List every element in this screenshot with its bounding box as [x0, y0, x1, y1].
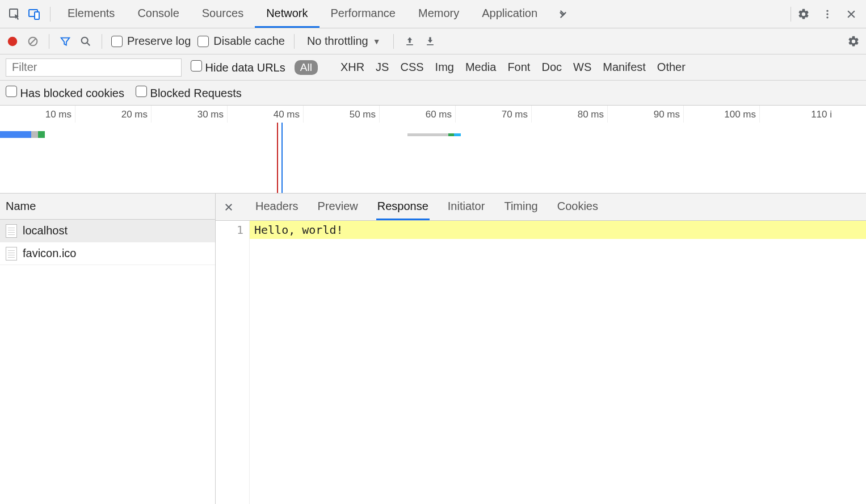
- svg-point-5: [826, 16, 828, 18]
- close-detail-icon[interactable]: [224, 202, 237, 212]
- record-icon[interactable]: [6, 35, 19, 48]
- request-bar: [0, 131, 31, 138]
- settings-icon[interactable]: [797, 7, 810, 21]
- throttling-value: No throttling: [307, 35, 368, 48]
- blocked-requests-checkbox[interactable]: Blocked Requests: [136, 86, 242, 100]
- throttling-dropdown[interactable]: No throttling ▼: [304, 35, 384, 48]
- has-blocked-cookies-label: Has blocked cookies: [20, 87, 124, 99]
- filter-all[interactable]: All: [295, 60, 318, 75]
- request-list-header[interactable]: Name: [0, 194, 215, 220]
- tick-label: 30 ms: [197, 109, 227, 120]
- inspect-icon[interactable]: [8, 7, 22, 21]
- document-icon: [6, 247, 17, 261]
- svg-rect-9: [406, 44, 413, 45]
- detail-tab-preview[interactable]: Preview: [317, 194, 359, 220]
- tick-label: 20 ms: [121, 109, 151, 120]
- main-tabs: Elements Console Sources Network Perform…: [56, 0, 577, 28]
- divider: [50, 7, 51, 22]
- line-number: 1: [221, 223, 243, 237]
- filter-ws[interactable]: WS: [573, 61, 591, 74]
- filter-xhr[interactable]: XHR: [340, 61, 364, 74]
- code-line: Hello, world!: [250, 221, 866, 239]
- request-bar: [407, 133, 448, 136]
- filter-js[interactable]: JS: [376, 61, 389, 74]
- request-name: favicon.ico: [23, 247, 77, 260]
- response-body: 1 Hello, world!: [216, 221, 866, 504]
- request-bar: [448, 133, 454, 136]
- request-bar: [31, 131, 38, 138]
- tab-console[interactable]: Console: [126, 0, 190, 28]
- filter-other[interactable]: Other: [657, 61, 686, 74]
- detail-tab-response[interactable]: Response: [376, 194, 430, 220]
- response-code[interactable]: Hello, world!: [250, 221, 866, 504]
- filter-css[interactable]: CSS: [400, 61, 423, 74]
- tab-application[interactable]: Application: [470, 0, 549, 28]
- import-har-icon[interactable]: [403, 35, 417, 48]
- divider: [294, 34, 295, 49]
- tab-memory[interactable]: Memory: [407, 0, 470, 28]
- svg-point-8: [82, 37, 88, 43]
- devtools-tabbar: Elements Console Sources Network Perform…: [0, 0, 866, 28]
- search-icon[interactable]: [79, 35, 93, 48]
- filter-manifest[interactable]: Manifest: [603, 61, 646, 74]
- request-bar: [454, 133, 461, 136]
- svg-rect-2: [35, 12, 39, 19]
- filter-bar: Hide data URLs All XHR JS CSS Img Media …: [0, 54, 866, 81]
- close-icon[interactable]: [844, 7, 858, 21]
- detail-tabs: Headers Preview Response Initiator Timin…: [216, 194, 866, 221]
- checkbox-icon: [136, 86, 147, 97]
- device-toggle-icon[interactable]: [27, 7, 41, 21]
- detail-tab-headers[interactable]: Headers: [254, 194, 300, 220]
- hide-data-urls-label: Hide data URLs: [205, 61, 285, 74]
- filter-media[interactable]: Media: [465, 61, 496, 74]
- filter-font[interactable]: Font: [507, 61, 530, 74]
- preserve-log-checkbox[interactable]: Preserve log: [111, 35, 191, 48]
- svg-rect-10: [427, 44, 434, 45]
- resource-type-filter: All XHR JS CSS Img Media Font Doc WS Man…: [295, 60, 686, 75]
- tick-label: 100 ms: [724, 109, 759, 120]
- divider: [49, 34, 49, 49]
- more-tabs-icon[interactable]: [549, 0, 577, 28]
- tick-label: 70 ms: [502, 109, 531, 120]
- detail-tab-cookies[interactable]: Cookies: [556, 194, 599, 220]
- tick-label: 40 ms: [274, 109, 303, 120]
- disable-cache-label: Disable cache: [213, 35, 285, 48]
- export-har-icon[interactable]: [423, 35, 437, 48]
- detail-tab-initiator[interactable]: Initiator: [447, 194, 486, 220]
- tab-performance[interactable]: Performance: [320, 0, 407, 28]
- tab-sources[interactable]: Sources: [191, 0, 255, 28]
- kebab-menu-icon[interactable]: [821, 7, 834, 21]
- divider: [102, 34, 102, 49]
- tick-label: 50 ms: [350, 109, 379, 120]
- tab-network[interactable]: Network: [255, 0, 319, 28]
- svg-point-6: [8, 36, 18, 46]
- detail-tab-timing[interactable]: Timing: [503, 194, 539, 220]
- tick-label: 110 i: [811, 109, 835, 120]
- checkbox-icon: [197, 36, 209, 47]
- network-settings-icon[interactable]: [847, 35, 860, 48]
- filter-img[interactable]: Img: [435, 61, 454, 74]
- tab-elements[interactable]: Elements: [56, 0, 126, 28]
- filter-icon[interactable]: [58, 35, 72, 48]
- checkbox-icon: [191, 60, 202, 72]
- request-bar: [38, 131, 45, 138]
- svg-point-3: [826, 10, 828, 11]
- request-detail: Headers Preview Response Initiator Timin…: [216, 194, 866, 504]
- has-blocked-cookies-checkbox[interactable]: Has blocked cookies: [6, 86, 124, 100]
- hide-data-urls-checkbox[interactable]: Hide data URLs: [191, 60, 285, 74]
- request-name: localhost: [23, 224, 68, 237]
- filter-doc[interactable]: Doc: [541, 61, 562, 74]
- divider: [791, 7, 791, 22]
- tick-label: 10 ms: [45, 109, 75, 120]
- chevron-down-icon: ▼: [373, 37, 381, 46]
- network-toolbar: Preserve log Disable cache No throttling…: [0, 28, 866, 54]
- clear-icon[interactable]: [26, 35, 40, 48]
- line-gutter: 1: [216, 221, 250, 504]
- request-list: Name localhost favicon.ico: [0, 194, 216, 504]
- network-timeline[interactable]: 10 ms 20 ms 30 ms 40 ms 50 ms 60 ms 70 m…: [0, 106, 866, 194]
- request-row[interactable]: localhost: [0, 220, 215, 242]
- request-row[interactable]: favicon.ico: [0, 242, 215, 265]
- network-split: Name localhost favicon.ico Headers Previ…: [0, 194, 866, 504]
- disable-cache-checkbox[interactable]: Disable cache: [197, 35, 285, 48]
- filter-input[interactable]: [6, 58, 182, 77]
